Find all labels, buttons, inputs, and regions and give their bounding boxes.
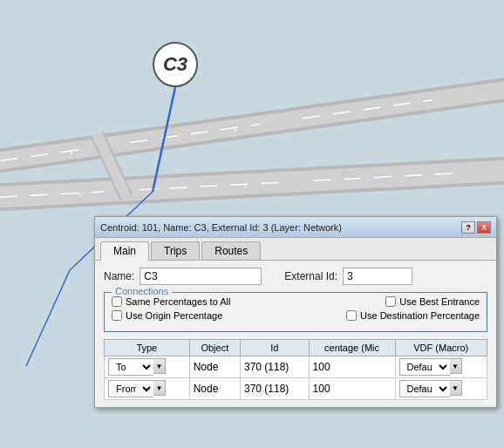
col-centage: centage (Mic bbox=[309, 340, 395, 356]
checkbox-row-2: Use Origin Percentage Use Destination Pe… bbox=[112, 310, 480, 321]
row1-centage-value: 100 bbox=[313, 361, 330, 373]
dialog-title: Centroid: 101, Name: C3, External Id: 3 … bbox=[100, 222, 342, 233]
tab-trips[interactable]: Trips bbox=[151, 241, 200, 260]
row2-centage-value: 100 bbox=[313, 383, 330, 395]
col-id: Id bbox=[240, 340, 309, 356]
row2-vdf-select[interactable]: Default bbox=[399, 380, 450, 397]
origin-percentage-checkbox[interactable] bbox=[112, 310, 122, 321]
connections-group: Connections Same Percentages to All Use … bbox=[104, 292, 487, 332]
origin-percentage-item: Use Origin Percentage bbox=[112, 310, 222, 321]
row1-vdf-cell: Default ▼ bbox=[395, 356, 487, 378]
row1-type-cell: To From ▼ bbox=[105, 356, 190, 378]
name-label: Name: bbox=[104, 270, 134, 282]
col-object: Object bbox=[189, 340, 240, 356]
row1-type-dropdown-arrow[interactable]: ▼ bbox=[153, 358, 166, 374]
row1-id-value: 370 (118) bbox=[244, 361, 289, 373]
row2-type-dropdown-arrow[interactable]: ▼ bbox=[153, 380, 166, 396]
external-id-input[interactable] bbox=[343, 268, 412, 285]
row2-vdf-dropdown-arrow[interactable]: ▼ bbox=[450, 380, 462, 396]
destination-percentage-item: Use Destination Percentage bbox=[346, 310, 480, 321]
centroid-dialog: Centroid: 101, Name: C3, External Id: 3 … bbox=[94, 216, 497, 408]
best-entrance-item: Use Best Entrance bbox=[385, 296, 480, 307]
svg-text:›: › bbox=[78, 189, 82, 199]
row1-vdf-select-wrap: Default ▼ bbox=[399, 358, 484, 376]
origin-percentage-label: Use Origin Percentage bbox=[126, 310, 222, 321]
table-row: To From ▼ Node 370 (118) 100 bbox=[105, 356, 487, 378]
col-type: Type bbox=[105, 340, 190, 356]
table-row: From To ▼ Node 370 (118) 100 bbox=[105, 378, 487, 400]
external-id-label: External Id: bbox=[284, 270, 337, 282]
tab-bar: Main Trips Routes bbox=[95, 238, 496, 261]
destination-percentage-label: Use Destination Percentage bbox=[360, 310, 480, 321]
name-input[interactable] bbox=[140, 268, 262, 285]
same-percentages-label: Same Percentages to All bbox=[126, 296, 230, 307]
row1-object-cell: Node bbox=[189, 356, 240, 378]
row2-object-value: Node bbox=[194, 383, 219, 395]
tab-routes[interactable]: Routes bbox=[201, 241, 261, 260]
row1-type-select-wrap: To From ▼ bbox=[108, 358, 186, 376]
row2-centage-cell: 100 bbox=[309, 378, 395, 400]
row1-object-value: Node bbox=[194, 361, 219, 373]
row2-type-cell: From To ▼ bbox=[105, 378, 190, 400]
centroid-marker: C3 bbox=[153, 42, 198, 87]
svg-text:›: › bbox=[243, 180, 247, 190]
name-row: Name: External Id: bbox=[104, 268, 487, 285]
row1-type-select[interactable]: To From bbox=[108, 358, 153, 376]
row2-object-cell: Node bbox=[189, 378, 240, 400]
dialog-controls: ? X bbox=[461, 221, 491, 234]
tab-main[interactable]: Main bbox=[100, 241, 149, 261]
connections-legend: Connections bbox=[112, 286, 172, 296]
row1-vdf-select[interactable]: Default bbox=[399, 358, 450, 376]
row1-id-cell: 370 (118) bbox=[240, 356, 309, 378]
row2-type-select-wrap: From To ▼ bbox=[108, 380, 186, 397]
row1-centage-cell: 100 bbox=[309, 356, 395, 378]
row1-vdf-dropdown-arrow[interactable]: ▼ bbox=[450, 358, 462, 374]
same-percentages-checkbox[interactable] bbox=[112, 296, 122, 307]
dialog-titlebar: Centroid: 101, Name: C3, External Id: 3 … bbox=[95, 217, 496, 238]
row2-id-value: 370 (118) bbox=[244, 383, 289, 395]
col-vdf: VDF (Macro) bbox=[395, 340, 487, 356]
close-button[interactable]: X bbox=[477, 221, 491, 234]
best-entrance-label: Use Best Entrance bbox=[399, 296, 480, 307]
best-entrance-checkbox[interactable] bbox=[385, 296, 396, 307]
help-button[interactable]: ? bbox=[461, 221, 475, 234]
destination-percentage-checkbox[interactable] bbox=[346, 310, 357, 321]
same-percentages-item: Same Percentages to All bbox=[112, 296, 230, 307]
checkbox-row-1: Same Percentages to All Use Best Entranc… bbox=[112, 296, 480, 307]
dialog-body: Name: External Id: Connections Same Perc… bbox=[95, 261, 496, 407]
connections-table: Type Object Id centage (Mic VDF (Macro) … bbox=[104, 339, 487, 400]
row2-vdf-cell: Default ▼ bbox=[395, 378, 487, 400]
row2-type-select[interactable]: From To bbox=[108, 380, 153, 397]
row2-vdf-select-wrap: Default ▼ bbox=[399, 380, 484, 397]
row2-id-cell: 370 (118) bbox=[240, 378, 309, 400]
